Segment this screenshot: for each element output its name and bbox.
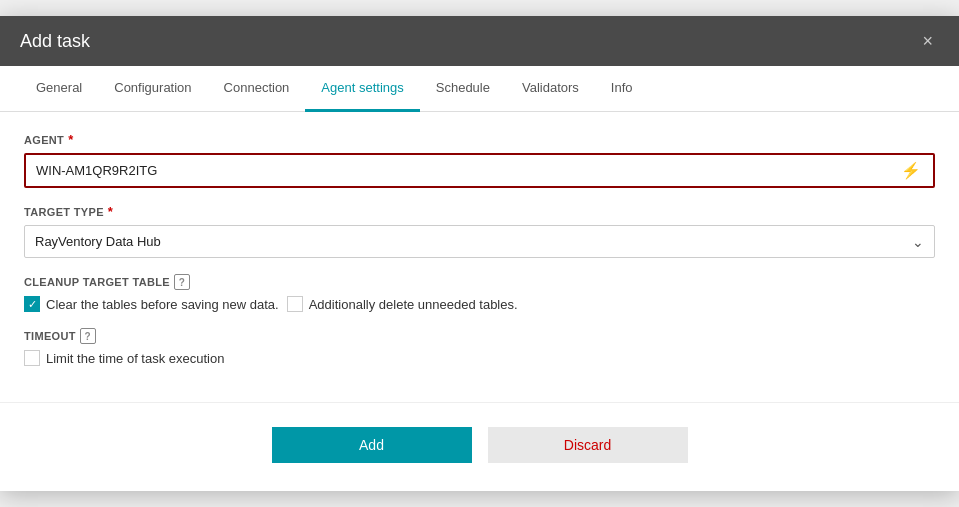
dialog-title: Add task [20,31,90,52]
tab-connection[interactable]: Connection [208,66,306,112]
cleanup-second-checkbox[interactable] [287,296,303,312]
cleanup-first-checkbox-label: Clear the tables before saving new data. [46,297,279,312]
agent-section: AGENT * ⚡ [24,132,935,188]
cleanup-label: CLEANUP TARGET TABLE ? [24,274,935,290]
discard-button[interactable]: Discard [488,427,688,463]
timeout-label: TIMEOUT ? [24,328,935,344]
target-type-section: TARGET TYPE * RayVentory Data Hub Other … [24,204,935,258]
timeout-info-icon[interactable]: ? [80,328,96,344]
agent-required-star: * [68,132,73,147]
tab-agent-settings[interactable]: Agent settings [305,66,419,112]
add-task-dialog: Add task × General Configuration Connect… [0,16,959,491]
tab-general[interactable]: General [20,66,98,112]
target-type-required-star: * [108,204,113,219]
cleanup-section: CLEANUP TARGET TABLE ? Clear the tables … [24,274,935,312]
dialog-footer: Add Discard [0,402,959,491]
target-type-label: TARGET TYPE * [24,204,935,219]
agent-refresh-button[interactable]: ⚡ [889,155,933,186]
agent-label: AGENT * [24,132,935,147]
cleanup-info-icon[interactable]: ? [174,274,190,290]
cleanup-second-checkbox-label: Additionally delete unneeded tables. [309,297,518,312]
tabs-bar: General Configuration Connection Agent s… [0,66,959,112]
agent-input-box: ⚡ [24,153,935,188]
timeout-checkbox[interactable] [24,350,40,366]
cleanup-checkbox-row: Clear the tables before saving new data.… [24,296,935,312]
target-type-select-wrapper: RayVentory Data Hub Other ⌄ [24,225,935,258]
lightning-icon: ⚡ [901,161,921,180]
tab-validators[interactable]: Validators [506,66,595,112]
tab-info[interactable]: Info [595,66,649,112]
tab-schedule[interactable]: Schedule [420,66,506,112]
timeout-section: TIMEOUT ? Limit the time of task executi… [24,328,935,366]
timeout-checkbox-label: Limit the time of task execution [46,351,224,366]
close-button[interactable]: × [916,30,939,52]
dialog-body: AGENT * ⚡ TARGET TYPE * RayVentory Data … [0,112,959,402]
add-button[interactable]: Add [272,427,472,463]
target-type-select[interactable]: RayVentory Data Hub Other [25,226,934,257]
cleanup-first-checkbox[interactable] [24,296,40,312]
cleanup-first-checkbox-group: Clear the tables before saving new data. [24,296,279,312]
dialog-header: Add task × [0,16,959,66]
agent-input[interactable] [26,155,889,186]
tab-configuration[interactable]: Configuration [98,66,207,112]
timeout-checkbox-group: Limit the time of task execution [24,350,935,366]
cleanup-second-checkbox-group: Additionally delete unneeded tables. [287,296,518,312]
